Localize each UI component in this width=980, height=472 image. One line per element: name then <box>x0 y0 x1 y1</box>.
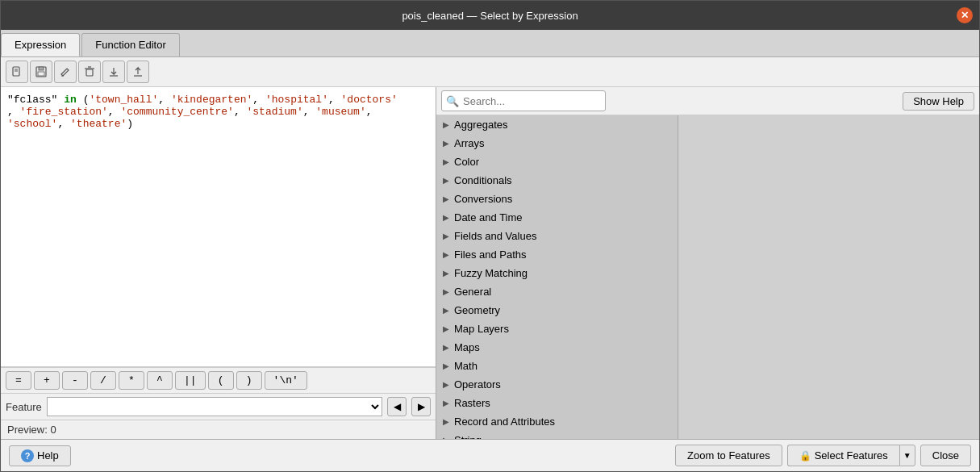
function-group-label: General <box>454 286 491 298</box>
window-title: pois_cleaned — Select by Expression <box>402 10 578 22</box>
select-features-dropdown-button[interactable]: ▼ <box>899 445 915 466</box>
op-newline[interactable]: '\n' <box>265 371 307 390</box>
help-panel <box>678 115 979 439</box>
expression-editor[interactable]: "fclass" in ('town_hall', 'kindegarten',… <box>1 87 436 367</box>
function-group-item[interactable]: ▶General <box>436 282 678 301</box>
chevron-icon: ▶ <box>443 157 449 166</box>
new-icon <box>11 66 23 77</box>
op-equals[interactable]: = <box>6 371 31 390</box>
function-group-item[interactable]: ▶Color <box>436 152 678 171</box>
search-wrapper: 🔍 <box>441 90 899 111</box>
function-group-item[interactable]: ▶Aggregates <box>436 115 678 134</box>
chevron-icon: ▶ <box>443 120 449 129</box>
left-panel: "fclass" in ('town_hall', 'kindegarten',… <box>1 87 436 439</box>
function-panels: ▶Aggregates▶Arrays▶Color▶Conditionals▶Co… <box>436 115 979 439</box>
help-icon: ? <box>21 449 34 462</box>
main-content: "fclass" in ('town_hall', 'kindegarten',… <box>1 87 979 439</box>
chevron-icon: ▶ <box>443 194 449 203</box>
chevron-icon: ▶ <box>443 213 449 222</box>
function-group-item[interactable]: ▶Map Layers <box>436 320 678 338</box>
operator-bar: = + - / * ^ || ( ) '\n' <box>1 367 436 393</box>
main-window: pois_cleaned — Select by Expression ✕ Ex… <box>0 0 980 472</box>
op-minus[interactable]: - <box>62 371 88 390</box>
feature-row: Feature ◀ ▶ <box>1 393 436 420</box>
op-multiply[interactable]: * <box>119 371 144 390</box>
function-group-label: Conditionals <box>454 174 512 186</box>
function-group-item[interactable]: ▶Operators <box>436 375 678 394</box>
edit-button[interactable] <box>54 61 77 83</box>
function-group-list: ▶Aggregates▶Arrays▶Color▶Conditionals▶Co… <box>436 115 678 439</box>
load-button[interactable] <box>102 61 125 83</box>
chevron-icon: ▶ <box>443 361 449 370</box>
chevron-icon: ▶ <box>443 269 449 278</box>
op-open-paren[interactable]: ( <box>208 371 234 390</box>
op-power[interactable]: ^ <box>147 371 173 390</box>
select-features-icon: 🔒 <box>799 450 811 462</box>
tab-expression[interactable]: Expression <box>1 33 80 56</box>
function-group-item[interactable]: ▶Fields and Values <box>436 227 678 245</box>
right-actions: Zoom to Features 🔒 Select Features ▼ Clo… <box>675 445 971 466</box>
export-icon <box>132 66 144 77</box>
preview-row: Preview: 0 <box>1 420 436 439</box>
feature-prev-button[interactable]: ◀ <box>387 397 407 416</box>
function-group-item[interactable]: ▶Record and Attributes <box>436 412 678 431</box>
function-group-item[interactable]: ▶String <box>436 431 678 439</box>
zoom-to-features-button[interactable]: Zoom to Features <box>675 445 782 466</box>
function-group-label: Rasters <box>454 397 490 409</box>
op-close-paren[interactable]: ) <box>236 371 262 390</box>
preview-value: 0 <box>50 424 56 436</box>
feature-label: Feature <box>6 401 42 413</box>
title-bar: pois_cleaned — Select by Expression ✕ <box>1 1 979 30</box>
close-button[interactable]: Close <box>920 445 971 466</box>
help-button[interactable]: ? Help <box>9 445 71 466</box>
op-plus[interactable]: + <box>34 371 60 390</box>
function-group-item[interactable]: ▶Math <box>436 357 678 375</box>
export-button[interactable] <box>127 61 149 83</box>
feature-next-button[interactable]: ▶ <box>411 397 431 416</box>
delete-icon <box>84 66 95 77</box>
right-panel: 🔍 Show Help ▶Aggregates▶Arrays▶Color▶Con… <box>436 87 979 439</box>
save-icon <box>35 66 47 77</box>
chevron-icon: ▶ <box>443 343 449 352</box>
function-group-label: Date and Time <box>454 211 523 223</box>
tab-function-editor[interactable]: Function Editor <box>81 33 179 56</box>
function-group-item[interactable]: ▶Files and Paths <box>436 245 678 264</box>
function-group-item[interactable]: ▶Maps <box>436 338 678 357</box>
function-group-item[interactable]: ▶Arrays <box>436 134 678 152</box>
function-group-label: Math <box>454 360 477 372</box>
function-group-label: Fields and Values <box>454 230 536 242</box>
function-group-item[interactable]: ▶Date and Time <box>436 208 678 227</box>
svg-rect-5 <box>38 72 44 76</box>
select-features-label: Select Features <box>815 449 888 462</box>
bottom-bar: ? Help Zoom to Features 🔒 Select Feature… <box>1 439 979 471</box>
show-help-button[interactable]: Show Help <box>903 92 974 111</box>
function-group-label: Operators <box>454 378 501 391</box>
preview-label: Preview: <box>7 424 48 436</box>
function-group-item[interactable]: ▶Conditionals <box>436 171 678 190</box>
chevron-icon: ▶ <box>443 399 449 407</box>
chevron-icon: ▶ <box>443 250 449 259</box>
op-concat[interactable]: || <box>175 371 206 390</box>
function-group-label: Color <box>454 156 479 168</box>
chevron-icon: ▶ <box>443 417 449 426</box>
delete-button[interactable] <box>78 61 101 83</box>
op-divide[interactable]: / <box>90 371 116 390</box>
function-group-label: Geometry <box>454 304 500 316</box>
select-features-button[interactable]: 🔒 Select Features <box>787 445 899 466</box>
search-input[interactable] <box>441 90 606 111</box>
chevron-icon: ▶ <box>443 139 449 148</box>
function-group-label: Map Layers <box>454 323 509 335</box>
function-group-label: Fuzzy Matching <box>454 267 528 279</box>
function-group-item[interactable]: ▶Geometry <box>436 301 678 320</box>
window-close-button[interactable]: ✕ <box>957 7 973 23</box>
chevron-icon: ▶ <box>443 287 449 296</box>
function-group-item[interactable]: ▶Conversions <box>436 190 678 208</box>
chevron-icon: ▶ <box>443 380 449 389</box>
function-group-item[interactable]: ▶Rasters <box>436 394 678 412</box>
feature-select[interactable] <box>47 397 382 416</box>
chevron-icon: ▶ <box>443 176 449 185</box>
edit-icon <box>60 66 71 77</box>
save-button[interactable] <box>30 61 52 83</box>
function-group-item[interactable]: ▶Fuzzy Matching <box>436 264 678 282</box>
new-button[interactable] <box>6 61 28 83</box>
